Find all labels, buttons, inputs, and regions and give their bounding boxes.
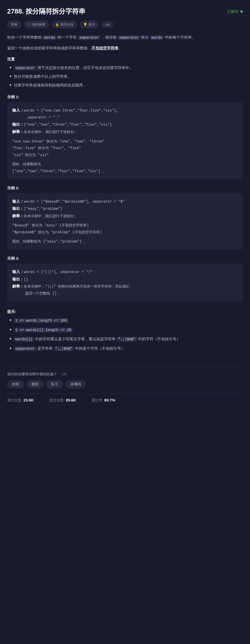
note-item-1: separator 用于决定拆分发生的位置，但它不包含在结果字符串中。 [10, 65, 243, 71]
example-2-output: 输出：["easy","problem"] [12, 205, 238, 212]
note-label: 注意 [7, 56, 243, 62]
note-list: separator 用于决定拆分发生的位置，但它不包含在结果字符串中。 拆分可能… [10, 65, 243, 88]
inline-code-separator: separator [78, 35, 100, 40]
bullet-dot-icon [10, 67, 11, 68]
hint-code-4-b: ".,|$#@" [54, 346, 74, 351]
example-1-input: 输入：words = ["one.two.three","four.five",… [12, 107, 238, 121]
tag-font[interactable]: Aa [101, 21, 113, 28]
example-1-detail: "one.two.three" 拆分为 "one", "two", "three… [12, 138, 238, 159]
stats-row: 通过次数 23.8K 提交次数 29.6K 通过率 80.7% [7, 393, 243, 407]
tag-related-tags[interactable]: 🏷 相关标签 [25, 21, 49, 28]
example-1-result: 因此，结果数组为 ["one","two","three","four","fi… [12, 161, 238, 174]
tag-icon: 🏷 [28, 23, 31, 26]
stat-submit-count: 提交次数 29.6K [49, 397, 84, 403]
tag-simple[interactable]: 简单 [7, 21, 21, 28]
inline-code-words: words [43, 35, 56, 40]
example-1-output: 输出：["one","two","three","four","five","s… [12, 121, 238, 128]
example-3-input: 输入：words = ["|||"], separator = "|" [12, 268, 238, 276]
bold-desc: 不包括空字符串 [92, 46, 118, 50]
bullet-dot-icon-2 [10, 75, 11, 77]
inline-code-words2: words [150, 35, 164, 40]
example-3-label: 示例 3: [7, 255, 243, 261]
example-2-detail: "$easy$" 拆分为 "easy" (不包括空字符串) "$problem$… [12, 222, 238, 236]
page-container: 2788. 按分隔符拆分字符串 已解答 简单 🏷 相关标签 🔒 相关企业 💡 提… [0, 0, 250, 407]
hint-item-1: 1 <= words.length <= 100 [10, 317, 243, 323]
note-item-3: 结果字符串必须保持初始相同的先后顺序。 [10, 82, 243, 88]
example-2-label: 示例 2: [7, 185, 243, 191]
stat-pass-rate: 通过率 80.7% [92, 397, 123, 403]
tag-row: 简单 🏷 相关标签 🔒 相关企业 💡 提示 Aa [7, 21, 243, 28]
stat-pass-count: 通过次数 23.8K [7, 397, 42, 403]
lock-icon: 🔒 [55, 23, 59, 26]
description-1: 给你一个字符串数组 words 和一个字符 separator ，请你按 sep… [7, 34, 243, 41]
example-2-result: 因此，结果数组为 ["easy","problem"] 。 [12, 238, 238, 245]
note-item-2: 拆分可能形成两个以上的字符串。 [10, 73, 243, 80]
hint-code-3-b: ".,|$#@" [117, 337, 137, 342]
inline-code-sep3: separator [14, 66, 36, 70]
example-2-input: 输入：words = ["$easy$","$problem$"], separ… [12, 198, 238, 205]
tag-company[interactable]: 🔒 相关企业 [52, 21, 77, 28]
hint-bullet-3 [10, 338, 11, 340]
survey-btn-shezao[interactable]: 社招 [7, 380, 24, 388]
survey-row: 请问您在哪类招聘中遇到此题？ 1/5 [7, 371, 243, 377]
hints-label: 提示: [7, 309, 243, 315]
solved-badge: 已解答 [227, 8, 243, 15]
example-2-section: 示例 2: 输入：words = ["$easy$","$problem$"],… [7, 185, 243, 250]
hint-code-1: 1 <= words.length <= 100 [14, 318, 69, 323]
example-3-section: 示例 3: 输入：words = ["|||"], separator = "|… [7, 255, 243, 301]
example-2-box: 输入：words = ["$easy$","$problem$"], separ… [7, 193, 243, 250]
divider [7, 367, 243, 367]
survey-buttons: 社招 校招 实习 未遇到 [7, 380, 243, 388]
hint-item-4: separator 是字符串 ".,|$#@" 中的某个字符（不包括引号） [10, 345, 243, 352]
solved-label: 已解答 [227, 8, 239, 15]
example-1-label: 示例 1: [7, 94, 243, 100]
example-3-explain: 解释：在本示例中，"|||" 的拆分结果将只包含一些空字符串，所以我们 返回一个… [12, 283, 238, 297]
survey-btn-weiyudao[interactable]: 未遇到 [65, 380, 86, 388]
hint-code-3-a: words[i] [14, 337, 34, 342]
hint-code-2: 1 <= words[i].length <= 20 [14, 328, 73, 332]
hint-code-4-a: separator [14, 346, 36, 351]
example-1-explain: 解释：在本示例中，我们进行下述拆分: [12, 128, 238, 136]
survey-question: 请问您在哪类招聘中遇到此题？ [7, 371, 57, 377]
bullet-dot-icon-3 [10, 84, 11, 86]
title-row: 2788. 按分隔符拆分字符串 已解答 [7, 6, 243, 17]
page-title: 2788. 按分隔符拆分字符串 [7, 6, 85, 17]
survey-count: 1/5 [61, 371, 66, 377]
hint-item-3: words[i] 中的字符要么是小写英文字母，要么就是字符串 ".,|$#@" … [10, 336, 243, 342]
hint-section: 提示: 1 <= words.length <= 100 1 <= words[… [7, 309, 243, 352]
example-1-box: 输入：words = ["one.two.three","four.five",… [7, 102, 243, 179]
example-2-explain: 解释：在本示例中，我们进行下述拆分: [12, 212, 238, 220]
example-1-section: 示例 1: 输入：words = ["one.two.three","four.… [7, 94, 243, 179]
description-2: 返回一个由拆分后的新字符串组成的字符串数组，不包括空字符串。 [7, 45, 243, 51]
hint-bullet-1 [10, 319, 11, 321]
inline-code-separator2: separator [118, 35, 140, 40]
hint-list: 1 <= words.length <= 100 1 <= words[i].l… [10, 317, 243, 352]
solved-dot-icon [240, 10, 243, 13]
bulb-icon: 💡 [83, 23, 87, 26]
example-3-box: 输入：words = ["|||"], separator = "|" 输出：[… [7, 264, 243, 301]
hint-item-2: 1 <= words[i].length <= 20 [10, 327, 243, 333]
survey-btn-shixi[interactable]: 实习 [46, 380, 63, 388]
hint-bullet-2 [10, 329, 11, 330]
tag-hint[interactable]: 💡 提示 [80, 21, 98, 28]
survey-btn-xiaozao[interactable]: 校招 [27, 380, 43, 388]
hint-bullet-4 [10, 347, 11, 349]
example-3-output: 输出：[] [12, 276, 238, 283]
